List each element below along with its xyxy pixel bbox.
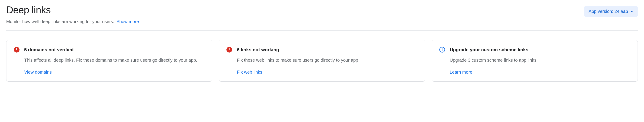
card-title: 5 domains not verified bbox=[24, 46, 205, 53]
app-version-dropdown[interactable]: App version: 24.aab bbox=[584, 6, 638, 17]
card-body: Fix these web links to make sure users g… bbox=[237, 57, 418, 64]
page-header: Deep links Monitor how well deep links a… bbox=[6, 4, 638, 24]
info-icon bbox=[439, 46, 445, 53]
card-upgrade-scheme: Upgrade your custom scheme links Upgrade… bbox=[432, 40, 638, 82]
card-domains-not-verified: 5 domains not verified This affects all … bbox=[6, 40, 212, 82]
learn-more-link[interactable]: Learn more bbox=[450, 70, 472, 75]
error-icon bbox=[226, 46, 232, 53]
chevron-down-icon bbox=[630, 11, 633, 12]
svg-rect-4 bbox=[229, 48, 230, 50]
card-title: Upgrade your custom scheme links bbox=[450, 46, 630, 53]
svg-rect-2 bbox=[16, 51, 17, 51]
svg-rect-5 bbox=[229, 51, 230, 51]
card-body: Upgrade 3 custom scheme links to app lin… bbox=[450, 57, 630, 64]
app-version-label: App version: 24.aab bbox=[588, 9, 628, 14]
page-subtitle: Monitor how well deep links are working … bbox=[6, 19, 114, 24]
card-title: 6 links not working bbox=[237, 46, 418, 53]
subtitle-row: Monitor how well deep links are working … bbox=[6, 19, 139, 24]
status-cards: 5 domains not verified This affects all … bbox=[6, 40, 638, 82]
view-domains-link[interactable]: View domains bbox=[24, 70, 52, 75]
fix-web-links-link[interactable]: Fix web links bbox=[237, 70, 262, 75]
card-links-not-working: 6 links not working Fix these web links … bbox=[219, 40, 425, 82]
svg-rect-7 bbox=[442, 49, 442, 51]
svg-rect-1 bbox=[16, 48, 17, 50]
error-icon bbox=[14, 46, 20, 53]
page-title: Deep links bbox=[6, 4, 139, 16]
svg-rect-8 bbox=[442, 48, 442, 48]
title-block: Deep links Monitor how well deep links a… bbox=[6, 4, 139, 24]
show-more-link[interactable]: Show more bbox=[116, 19, 139, 24]
card-body: This affects all deep links. Fix these d… bbox=[24, 57, 205, 64]
